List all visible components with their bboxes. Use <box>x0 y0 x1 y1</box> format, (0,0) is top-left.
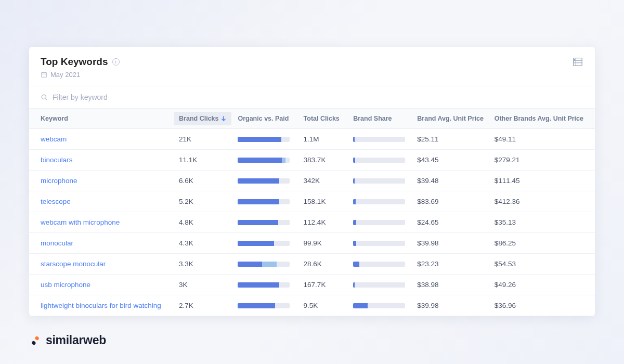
cell-other-brands-avg-price: $279.21 <box>489 150 595 171</box>
cell-brand-avg-price: $39.48 <box>412 171 489 191</box>
sorted-header: Brand Clicks <box>174 112 231 125</box>
brand-share-bar <box>353 158 405 163</box>
cell-brand-avg-price: $25.11 <box>412 129 489 150</box>
svg-line-9 <box>46 98 47 100</box>
keyword-link[interactable]: microphone <box>41 177 77 185</box>
cell-brand-clicks: 4.8K <box>174 212 232 233</box>
table-row: monocular 4.3K 99.9K $39.98 $86.25 <box>29 233 595 254</box>
cell-organic-vs-paid <box>232 129 298 150</box>
cell-organic-vs-paid <box>232 275 298 295</box>
info-icon[interactable]: i <box>112 58 120 66</box>
cell-total-clicks: 1.1M <box>298 129 348 150</box>
brand-share-bar <box>353 282 405 288</box>
cell-brand-clicks: 6.6K <box>174 171 232 191</box>
cell-organic-vs-paid <box>232 295 298 316</box>
cell-other-brands-avg-price: $412.36 <box>489 191 595 212</box>
cell-brand-clicks: 3.3K <box>174 254 232 275</box>
cell-organic-vs-paid <box>232 171 298 191</box>
top-keywords-card: Top Keywords i May 2021 Keyword Brand Cl… <box>29 47 595 316</box>
cell-brand-share <box>348 191 412 212</box>
table-body: webcam 21K 1.1M $25.11 $49.11 binoculars… <box>29 129 595 316</box>
cell-brand-share <box>348 150 412 171</box>
cell-total-clicks: 9.5K <box>298 295 348 316</box>
cell-brand-share <box>348 275 412 295</box>
organic-paid-bar <box>238 158 290 163</box>
brand-share-bar <box>353 178 405 184</box>
col-keyword[interactable]: Keyword <box>29 109 174 129</box>
keyword-link[interactable]: usb microphone <box>41 281 90 289</box>
sort-desc-icon <box>221 116 226 121</box>
svg-rect-0 <box>42 72 47 77</box>
cell-brand-share <box>348 233 412 254</box>
logo-mark-icon <box>29 334 42 347</box>
date-row: May 2021 <box>41 71 120 79</box>
cell-organic-vs-paid <box>232 233 298 254</box>
organic-paid-bar <box>238 303 290 308</box>
cell-brand-avg-price: $39.98 <box>412 295 489 316</box>
brand-share-bar <box>353 241 405 246</box>
svg-point-8 <box>42 95 46 99</box>
cell-brand-avg-price: $23.23 <box>412 254 489 275</box>
keywords-table: Keyword Brand Clicks Organic vs. Paid To… <box>29 109 595 316</box>
brand-share-bar <box>353 220 405 225</box>
cell-brand-clicks: 2.7K <box>174 295 232 316</box>
cell-total-clicks: 383.7K <box>298 150 348 171</box>
cell-total-clicks: 342K <box>298 171 348 191</box>
cell-total-clicks: 112.4K <box>298 212 348 233</box>
col-total-clicks[interactable]: Total Clicks <box>298 109 348 129</box>
brand-share-bar <box>353 262 405 267</box>
keyword-link[interactable]: binoculars <box>41 156 73 164</box>
cell-brand-share <box>348 171 412 191</box>
keyword-link[interactable]: telescope <box>41 198 71 205</box>
table-header: Keyword Brand Clicks Organic vs. Paid To… <box>29 109 595 129</box>
cell-organic-vs-paid <box>232 212 298 233</box>
search-icon <box>41 94 48 101</box>
cell-total-clicks: 28.6K <box>298 254 348 275</box>
cell-brand-clicks: 21K <box>174 129 232 150</box>
cell-organic-vs-paid <box>232 150 298 171</box>
title-row: Top Keywords i <box>41 56 120 68</box>
cell-total-clicks: 167.7K <box>298 275 348 295</box>
col-organic-vs-paid[interactable]: Organic vs. Paid <box>232 109 298 129</box>
cell-brand-share <box>348 254 412 275</box>
export-excel-icon[interactable] <box>572 56 583 68</box>
cell-other-brands-avg-price: $36.96 <box>489 295 595 316</box>
table-row: starscope monocular 3.3K 28.6K $23.23 $5… <box>29 254 595 275</box>
cell-brand-avg-price: $39.98 <box>412 233 489 254</box>
keyword-link[interactable]: starscope monocular <box>41 260 106 268</box>
col-brand-avg-price[interactable]: Brand Avg. Unit Price <box>412 109 489 129</box>
keyword-link[interactable]: lightweight binoculars for bird watching <box>41 302 161 309</box>
card-header: Top Keywords i May 2021 <box>29 47 595 86</box>
organic-paid-bar <box>238 199 290 204</box>
cell-brand-clicks: 11.1K <box>174 150 232 171</box>
cell-brand-avg-price: $24.65 <box>412 212 489 233</box>
col-other-brands-avg-price[interactable]: Other Brands Avg. Unit Price <box>489 109 595 129</box>
cell-other-brands-avg-price: $111.45 <box>489 171 595 191</box>
col-brand-share[interactable]: Brand Share <box>348 109 412 129</box>
cell-brand-share <box>348 212 412 233</box>
cell-brand-clicks: 4.3K <box>174 233 232 254</box>
cell-organic-vs-paid <box>232 191 298 212</box>
col-brand-clicks[interactable]: Brand Clicks <box>174 109 232 129</box>
brand-share-bar <box>353 303 405 308</box>
keyword-link[interactable]: monocular <box>41 239 73 247</box>
filter-bar <box>29 86 595 109</box>
table-row: webcam with microphone 4.8K 112.4K $24.6… <box>29 212 595 233</box>
cell-brand-avg-price: $43.45 <box>412 150 489 171</box>
brand-share-bar <box>353 137 405 142</box>
cell-brand-avg-price: $83.69 <box>412 191 489 212</box>
cell-organic-vs-paid <box>232 254 298 275</box>
calendar-icon <box>41 71 47 78</box>
cell-brand-clicks: 3K <box>174 275 232 295</box>
table-row: binoculars 11.1K 383.7K $43.45 $279.21 <box>29 150 595 171</box>
table-row: microphone 6.6K 342K $39.48 $111.45 <box>29 171 595 191</box>
keyword-link[interactable]: webcam with microphone <box>41 218 120 226</box>
keyword-link[interactable]: webcam <box>41 135 67 143</box>
cell-other-brands-avg-price: $49.26 <box>489 275 595 295</box>
logo-text: similarweb <box>46 333 106 347</box>
organic-paid-bar <box>238 262 290 267</box>
cell-other-brands-avg-price: $49.11 <box>489 129 595 150</box>
filter-input[interactable] <box>53 93 583 101</box>
similarweb-logo: similarweb <box>29 333 106 347</box>
organic-paid-bar <box>238 137 290 142</box>
